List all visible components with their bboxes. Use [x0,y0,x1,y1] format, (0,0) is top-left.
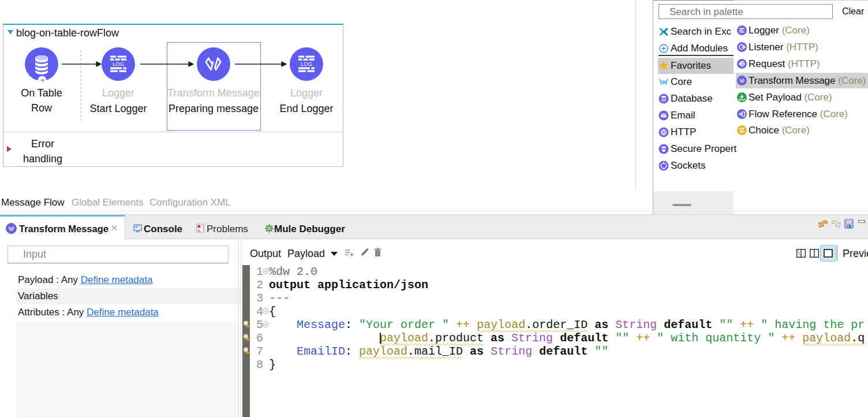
svg-text:LOG: LOG [301,61,312,67]
svg-text:LOG: LOG [113,61,124,67]
